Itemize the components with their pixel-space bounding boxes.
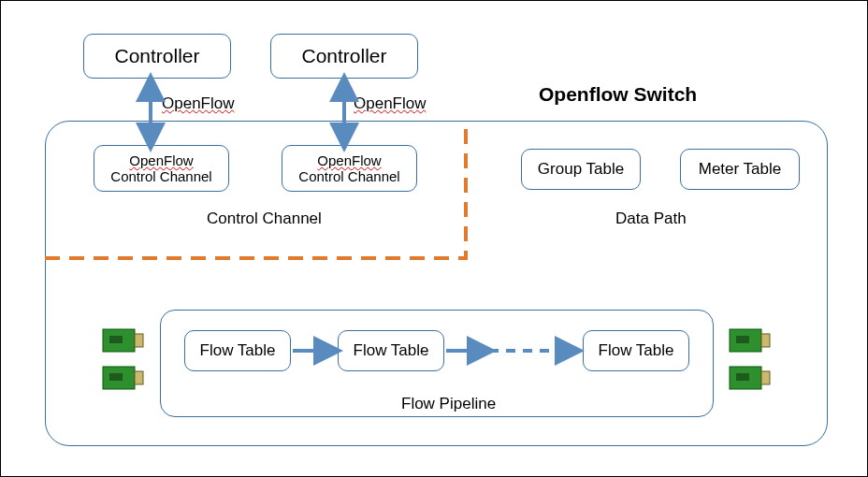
nic-icon-right-2 [729,364,772,392]
svg-rect-13 [736,336,749,343]
flow-table-3-box: Flow Table [583,330,689,371]
flow-table-1-box: Flow Table [184,330,291,371]
nic-icon-left-2 [102,364,145,392]
group-table-box: Group Table [521,149,641,190]
flow-table-2-label: Flow Table [354,341,429,360]
protocol-2-label: OpenFlow [354,94,426,113]
svg-rect-7 [109,336,123,343]
controller-1-label: Controller [114,45,199,67]
svg-rect-6 [135,334,143,347]
data-path-section-label: Data Path [615,210,687,228]
cc2-line1: OpenFlow [317,152,381,168]
cc1-line2: Control Channel [110,168,211,184]
svg-rect-9 [135,371,143,384]
controller-2-label: Controller [301,45,386,67]
svg-rect-15 [761,371,770,384]
control-channel-2-box: OpenFlow Control Channel [282,145,417,192]
group-table-label: Group Table [538,160,624,179]
svg-rect-12 [761,334,770,347]
flow-pipeline-label: Flow Pipeline [401,395,496,413]
cc1-line1: OpenFlow [129,152,193,168]
svg-rect-16 [736,373,749,381]
switch-title: Openflow Switch [539,83,697,106]
meter-table-label: Meter Table [699,160,782,179]
controller-2-box: Controller [270,34,418,79]
svg-rect-10 [109,373,123,381]
flow-table-3-label: Flow Table [599,341,674,360]
nic-icon-left-1 [102,326,145,354]
controller-1-box: Controller [83,34,231,79]
nic-icon-right-1 [729,326,772,354]
protocol-1-label: OpenFlow [162,94,234,113]
cc2-line2: Control Channel [298,168,399,184]
meter-table-box: Meter Table [680,149,800,190]
control-channel-section-label: Control Channel [207,210,322,228]
control-channel-1-box: OpenFlow Control Channel [94,145,229,192]
flow-table-2-box: Flow Table [338,330,444,371]
flow-table-1-label: Flow Table [200,341,276,360]
